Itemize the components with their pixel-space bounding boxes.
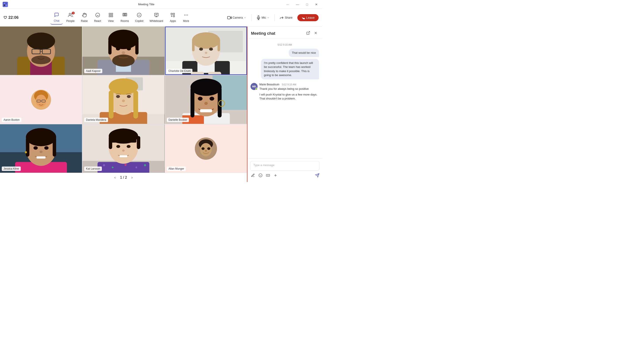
page-info: 1 / 2 <box>120 176 127 180</box>
participant-label-p5: Daniela Mandera <box>84 118 108 122</box>
chat-input-box[interactable]: Type a message <box>250 161 320 171</box>
svg-point-21 <box>184 15 185 15</box>
video-cell-p8[interactable]: Kat Larsson <box>82 124 164 173</box>
people-badge: 9 <box>72 12 75 14</box>
toolbar-right: Camera Mic Share Leave <box>224 14 318 22</box>
chat-tool-buttons <box>250 172 278 179</box>
emoji-button[interactable] <box>258 172 263 179</box>
whiteboard-button[interactable]: Whiteboard <box>147 11 166 24</box>
avatar-allan <box>195 138 217 160</box>
gif-button[interactable] <box>265 172 271 179</box>
participant-video-6 <box>165 75 247 124</box>
people-button[interactable]: 9 People <box>64 11 77 24</box>
svg-rect-56 <box>192 41 195 51</box>
raise-icon <box>82 13 87 19</box>
svg-rect-9 <box>111 13 113 15</box>
participant-label-p9: Allan Munger <box>167 167 186 171</box>
more-options-button[interactable]: ··· <box>284 2 291 7</box>
react-button[interactable]: React <box>92 11 104 24</box>
svg-rect-16 <box>171 13 172 15</box>
svg-point-91 <box>198 97 202 101</box>
close-chat-button[interactable] <box>313 30 318 37</box>
svg-point-59 <box>209 48 213 51</box>
svg-point-106 <box>25 151 27 153</box>
svg-rect-18 <box>173 16 174 17</box>
leave-button[interactable]: Leave <box>297 14 318 21</box>
svg-point-114 <box>136 167 138 168</box>
svg-point-122 <box>116 145 120 148</box>
window-controls: ··· — □ ✕ <box>284 2 320 7</box>
toolbar-left: 🛡 22:06 <box>4 15 18 20</box>
close-button[interactable]: ✕ <box>313 2 320 7</box>
svg-point-19 <box>186 15 186 15</box>
camera-button[interactable]: Camera <box>224 14 250 22</box>
svg-rect-23 <box>228 16 230 19</box>
share-button[interactable]: Share <box>276 14 296 22</box>
next-page-button[interactable]: › <box>132 175 133 180</box>
svg-point-76 <box>109 78 138 95</box>
video-cell-p2[interactable]: Aadi Kapoor <box>82 27 164 75</box>
sender-name: Marie Beaudouin <box>259 83 280 86</box>
format-button[interactable] <box>250 172 256 179</box>
avatar-aaron <box>31 90 51 110</box>
copilot-button[interactable]: Copilot <box>132 11 146 24</box>
video-cell-p6[interactable]: Danielle Booker <box>165 75 247 124</box>
maximize-button[interactable]: □ <box>304 2 310 7</box>
video-cell-p5[interactable]: Daniela Mandera <box>82 75 164 124</box>
svg-rect-61 <box>191 72 204 75</box>
svg-rect-43 <box>108 39 112 54</box>
more-button[interactable]: More <box>180 11 192 24</box>
total-pages: 2 <box>125 176 127 179</box>
svg-rect-121 <box>120 155 127 157</box>
svg-point-130 <box>205 150 207 152</box>
participant-label-p6: Danielle Booker <box>167 118 189 122</box>
rooms-button[interactable]: Rooms <box>118 11 132 24</box>
pop-out-button[interactable] <box>305 30 311 37</box>
svg-rect-3 <box>5 5 7 6</box>
video-cell-p4[interactable]: Aaron Buxton <box>0 75 82 124</box>
view-button[interactable]: View <box>105 11 117 24</box>
svg-point-77 <box>116 95 120 98</box>
participant-video-5 <box>82 75 164 124</box>
svg-point-5 <box>96 13 100 17</box>
marie-avatar: MB <box>250 83 258 90</box>
raise-label: Raise <box>81 20 88 23</box>
mic-button[interactable]: Mic <box>253 14 272 22</box>
svg-rect-10 <box>111 16 113 17</box>
title-bar-left <box>3 2 8 7</box>
apps-button[interactable]: Apps <box>166 11 179 24</box>
chat-button[interactable]: Chat <box>50 11 63 25</box>
svg-point-30 <box>27 33 55 50</box>
svg-point-134 <box>259 174 262 177</box>
apps-label: Apps <box>170 20 176 23</box>
svg-rect-102 <box>36 156 46 159</box>
minimize-button[interactable]: — <box>294 2 301 7</box>
video-cell-p3[interactable]: Charlotte De Crum <box>165 27 247 75</box>
participant-label-p7: Jessica Kline <box>2 167 21 171</box>
sender-time: 5/12 9:15 AM <box>282 83 296 86</box>
message-timestamp: 5/12 9:15 AM <box>250 43 319 46</box>
add-attachment-button[interactable] <box>272 172 278 179</box>
online-indicator <box>256 88 258 90</box>
copilot-label: Copilot <box>135 20 144 23</box>
send-button[interactable] <box>315 173 320 179</box>
chat-icon <box>54 13 59 18</box>
video-cell-p9[interactable]: Allan Munger <box>165 124 247 173</box>
teams-logo <box>3 2 8 7</box>
prev-page-button[interactable]: ‹ <box>114 175 116 180</box>
svg-rect-14 <box>125 14 126 16</box>
svg-point-20 <box>187 15 188 15</box>
svg-point-55 <box>192 32 220 49</box>
video-cell-p7[interactable]: Jessica Kline <box>0 124 82 173</box>
message-3-text1: Thank you for always being so positive <box>259 87 319 91</box>
apps-icon <box>170 13 175 19</box>
svg-rect-120 <box>110 136 136 142</box>
video-grid: Aadi Kapoor <box>0 27 247 173</box>
video-cell-p1[interactable] <box>0 27 82 75</box>
svg-point-112 <box>112 167 114 168</box>
svg-rect-62 <box>208 72 221 75</box>
raise-button[interactable]: Raise <box>78 11 90 24</box>
svg-rect-2 <box>4 5 5 6</box>
svg-point-48 <box>127 47 131 51</box>
meeting-toolbar: 🛡 22:06 Chat 9 People Raise <box>0 9 322 27</box>
